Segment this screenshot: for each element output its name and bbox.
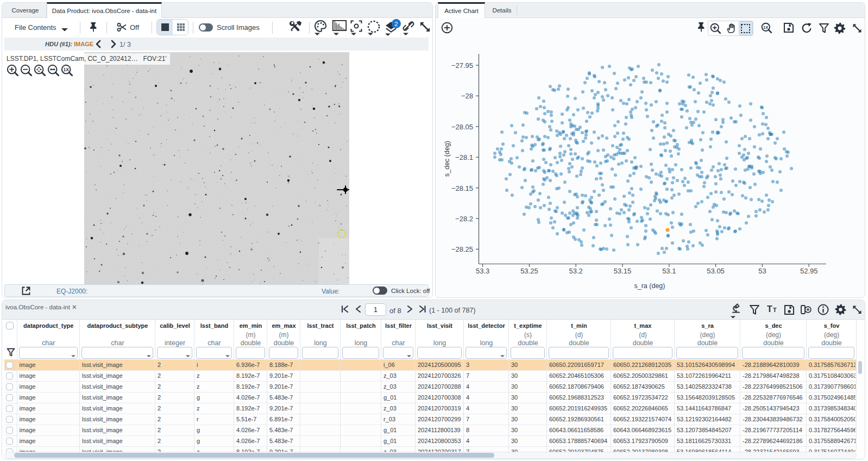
svg-text:1X: 1X [63,67,69,72]
svg-text:1X: 1X [763,25,768,30]
svg-text:T: T [773,307,777,313]
svg-text:T: T [767,304,772,314]
